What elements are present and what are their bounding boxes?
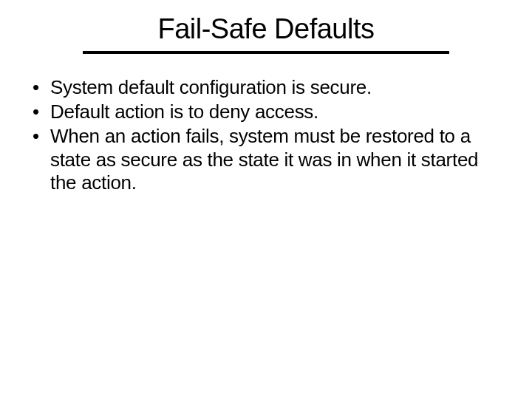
bullet-item: When an action fails, system must be res…: [30, 125, 495, 194]
slide-title: Fail-Safe Defaults: [22, 13, 510, 45]
bullet-item: System default configuration is secure.: [30, 76, 495, 99]
title-divider: [83, 51, 449, 54]
bullet-item: Default action is to deny access.: [30, 100, 495, 123]
slide-content: System default configuration is secure. …: [22, 76, 510, 194]
slide-container: Fail-Safe Defaults System default config…: [0, 0, 532, 399]
bullet-list: System default configuration is secure. …: [30, 76, 495, 194]
